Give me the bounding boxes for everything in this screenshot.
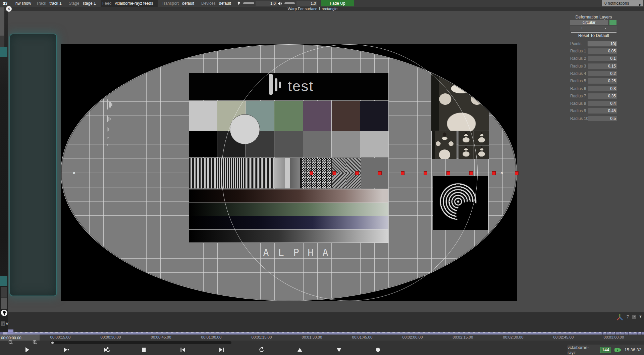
deform-endpoint-marker[interactable]: × xyxy=(73,171,75,175)
timeline-section-ticks xyxy=(602,332,644,335)
field-input-radius-8[interactable]: 0.4 xyxy=(588,101,617,106)
timeline-section-bar[interactable] xyxy=(0,332,644,335)
camera-count-label[interactable]: 7 xyxy=(627,314,629,319)
fade-up-button[interactable]: Fade Up xyxy=(321,0,354,6)
app-logo[interactable]: d3 xyxy=(3,1,7,6)
app-window: d3 nw show Track track 1 Stage stage 1 F… xyxy=(0,0,644,355)
viewport-gizmo-toolbar: 7 ▼ xyxy=(616,313,644,321)
ruler-time-label: 00:02:00.00 xyxy=(392,335,433,339)
ruler-time-label: 00:01:45.00 xyxy=(342,335,382,339)
timeline-ruler[interactable]: 00:00:00.00 00:00:15.0000:00:30.0000:00:… xyxy=(0,335,644,341)
reset-to-default-button[interactable]: Reset To Default xyxy=(570,33,617,38)
deform-point-handle[interactable] xyxy=(469,171,473,175)
transport-bar: vclaiborne-rayz 144 15:36:32 xyxy=(0,345,644,355)
offscreen-surface-outline[interactable] xyxy=(9,34,57,296)
ruler-time-label: 00:01:30.00 xyxy=(292,335,332,339)
panel-divider xyxy=(571,32,616,33)
top-menu-bar: d3 nw show Track track 1 Stage stage 1 F… xyxy=(0,0,644,7)
layer-thumbnail-gray[interactable] xyxy=(1,298,7,309)
field-input-points[interactable]: 10 xyxy=(588,41,617,46)
field-input-radius-3[interactable]: 0.15 xyxy=(588,63,617,69)
deform-point-handle[interactable] xyxy=(515,171,519,175)
panel-field-row: Radius 40.2 xyxy=(570,71,617,76)
remove-layer-button[interactable]: - xyxy=(594,26,617,31)
next-section-button[interactable] xyxy=(218,346,225,353)
deform-point-handle[interactable] xyxy=(424,171,427,175)
deformation-layers-panel: Deformation Layers circular + - Reset To… xyxy=(570,15,617,122)
deform-point-handle[interactable] xyxy=(378,171,382,175)
timeline-section-block[interactable] xyxy=(7,329,13,335)
deform-point-handle[interactable] xyxy=(401,171,405,175)
volume-value[interactable]: 1.0 xyxy=(297,1,317,6)
panel-field-row: Radius 20.1 xyxy=(570,56,617,61)
field-input-radius-4[interactable]: 0.2 xyxy=(588,71,617,76)
layer-thumbnail-gray[interactable] xyxy=(1,287,7,298)
layer-thumbnail-teal[interactable] xyxy=(0,276,7,286)
up-button[interactable] xyxy=(296,346,304,353)
viewport-dropdown-icon[interactable]: ▼ xyxy=(639,314,642,318)
menu-devices[interactable]: Devices default xyxy=(201,1,231,6)
menu-stage[interactable]: Stage stage 1 xyxy=(69,1,96,6)
field-label: Radius 4 xyxy=(570,71,586,76)
record-button[interactable] xyxy=(374,346,382,353)
speaker-icon[interactable] xyxy=(278,1,283,6)
field-input-radius-9[interactable]: 0.45 xyxy=(588,108,617,114)
brightness-icon xyxy=(236,1,241,6)
ruler-time-label: 00:02:15.00 xyxy=(443,335,483,339)
ruler-time-label: 00:00:15.00 xyxy=(40,335,80,339)
field-input-radius-10[interactable]: 0.5 xyxy=(588,116,617,121)
brightness-value[interactable]: 1.0 xyxy=(256,1,277,6)
test-pattern-canvas[interactable]: test ALPHA xyxy=(61,44,517,301)
field-input-radius-7[interactable]: 0.35 xyxy=(588,93,617,99)
audio-output-icon[interactable] xyxy=(1,310,7,316)
return-to-start-button[interactable] xyxy=(257,346,265,353)
deform-point-handle[interactable] xyxy=(332,171,336,175)
panel-field-row: Radius 30.15 xyxy=(570,63,617,69)
timeline-scrollbar[interactable] xyxy=(50,341,231,344)
deform-point-handle[interactable] xyxy=(310,171,313,175)
add-layer-button[interactable]: + xyxy=(570,26,594,31)
volume-slider[interactable] xyxy=(284,2,295,4)
ruler-time-label: 00:00:45.00 xyxy=(141,335,181,339)
clock-label: 15:36:32 xyxy=(624,347,641,352)
field-input-radius-1[interactable]: 0.05 xyxy=(588,48,617,54)
close-icon[interactable]: × xyxy=(6,6,12,12)
ruler-time-label: 00:03:00.00 xyxy=(594,335,634,339)
ruler-time-label: 00:02:45.00 xyxy=(543,335,584,339)
down-button[interactable] xyxy=(335,346,343,353)
field-label: Radius 1 xyxy=(570,49,586,53)
timeline-scrollbar-handle[interactable] xyxy=(51,342,54,344)
play-section-button[interactable] xyxy=(63,346,70,353)
previous-section-button[interactable] xyxy=(179,346,186,353)
layer-color-swatch[interactable] xyxy=(609,20,616,25)
deform-endpoint-marker[interactable]: × xyxy=(500,171,503,175)
menu-transport[interactable]: Transport default xyxy=(162,1,194,6)
ruler-time-label: 00:01:15.00 xyxy=(241,335,282,339)
loop-section-button[interactable] xyxy=(103,346,110,353)
field-label: Radius 3 xyxy=(570,64,586,69)
left-panel-tab[interactable] xyxy=(0,36,4,47)
layer-item-circular[interactable]: circular xyxy=(570,20,608,25)
menu-feed[interactable]: Feed vclaiborne-rayz feeds xyxy=(102,1,153,6)
brightness-slider[interactable] xyxy=(243,2,254,4)
deform-point-handle[interactable] xyxy=(492,171,496,175)
field-label: Points xyxy=(570,41,581,46)
notifications-button[interactable]: 0 notifications ▶ xyxy=(602,0,643,6)
layer-thumbnail-teal[interactable] xyxy=(0,47,7,57)
menu-show[interactable]: nw show xyxy=(15,1,31,6)
field-input-radius-2[interactable]: 0.1 xyxy=(588,56,617,61)
collapse-timeline-icon[interactable]: ◂ xyxy=(1,321,5,326)
deform-point-handle[interactable] xyxy=(446,171,450,175)
field-input-radius-6[interactable]: 0.3 xyxy=(588,86,617,91)
play-button[interactable] xyxy=(23,346,31,353)
grid-view-icon[interactable] xyxy=(632,315,636,319)
stop-button[interactable] xyxy=(140,346,148,353)
deform-point-handle[interactable] xyxy=(355,171,359,175)
menu-track[interactable]: Track track 1 xyxy=(36,1,62,6)
text-caret xyxy=(615,42,615,46)
left-panel-tab[interactable] xyxy=(0,7,4,36)
field-input-radius-5[interactable]: 0.25 xyxy=(588,78,617,84)
machine-name-label[interactable]: vclaiborne-rayz xyxy=(568,345,597,355)
axis-gizmo-icon[interactable] xyxy=(616,313,624,321)
battery-icon xyxy=(614,347,621,353)
